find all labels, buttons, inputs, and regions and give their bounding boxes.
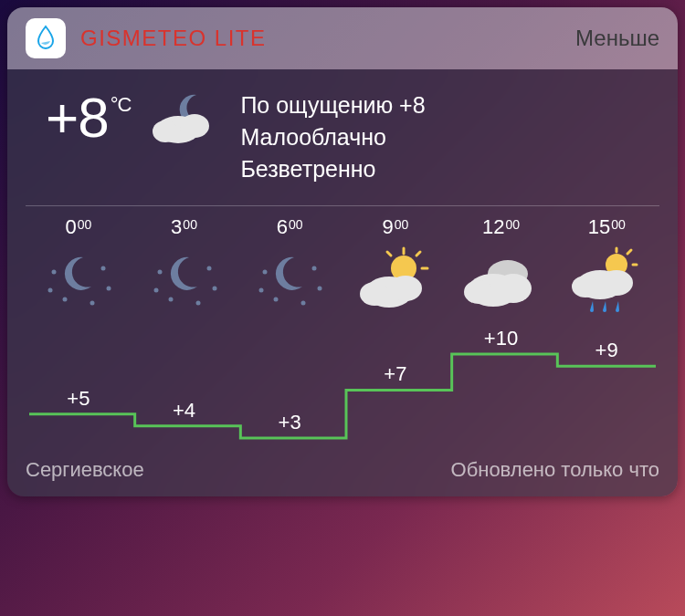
forecast-time: 1500	[588, 215, 626, 239]
forecast-slot: 1200	[448, 215, 554, 318]
updated-label: Обновлено только что	[451, 458, 659, 482]
forecast-time: 900	[382, 215, 408, 239]
app-icon	[26, 18, 66, 58]
svg-point-5	[62, 298, 67, 302]
svg-point-3	[51, 270, 56, 275]
divider	[26, 205, 659, 206]
forecast-condition-icon	[460, 245, 543, 318]
svg-point-18	[312, 266, 317, 271]
collapse-button[interactable]: Меньше	[575, 26, 659, 51]
svg-point-28	[360, 282, 389, 306]
svg-point-8	[90, 301, 94, 306]
svg-point-20	[301, 301, 306, 306]
app-name-label: GISMETEO LITE	[80, 26, 575, 51]
chart-temp-label: +3	[279, 411, 301, 433]
current-conditions: +8°C По ощущению +8 Малооблачно Безветре…	[26, 86, 659, 198]
feels-like-label: По ощущению +8	[240, 89, 659, 121]
temp-unit: °C	[111, 95, 132, 115]
svg-point-11	[168, 298, 173, 302]
svg-point-10	[153, 288, 158, 293]
svg-line-24	[416, 252, 420, 256]
forecast-slot: 000	[26, 215, 132, 318]
widget-header: GISMETEO LITE Меньше	[7, 7, 678, 69]
temp-value: +8	[46, 89, 109, 146]
forecast-time: 1200	[482, 215, 520, 239]
widget-body: +8°C По ощущению +8 Малооблачно Безветре…	[7, 69, 678, 496]
forecast-condition-icon	[143, 245, 226, 318]
condition-text-block: По ощущению +8 Малооблачно Безветренно	[240, 89, 659, 185]
weather-widget: GISMETEO LITE Меньше +8°C По ощущению +8…	[7, 7, 678, 496]
forecast-condition-icon	[565, 245, 648, 318]
chart-temp-label: +10	[484, 327, 518, 350]
forecast-condition-icon	[354, 245, 437, 318]
forecast-time: 000	[65, 215, 91, 239]
forecast-condition-icon	[248, 245, 331, 318]
svg-point-2	[153, 120, 178, 142]
forecast-slot: 300	[132, 215, 237, 318]
hourly-forecast-row: 000 300 600	[26, 215, 659, 318]
svg-point-19	[318, 287, 322, 291]
forecast-time: 600	[277, 215, 303, 239]
forecast-time: 300	[171, 215, 197, 239]
current-condition-icon	[151, 89, 220, 151]
svg-point-38	[600, 270, 633, 296]
svg-point-31	[495, 274, 532, 303]
forecast-slot: 600	[237, 215, 342, 318]
svg-point-16	[259, 288, 264, 293]
forecast-slot: 1500	[553, 215, 659, 318]
chart-temp-label: +7	[384, 362, 406, 385]
svg-point-12	[206, 266, 211, 271]
location-label: Сергиевское	[26, 458, 144, 482]
svg-point-13	[212, 287, 216, 291]
svg-line-36	[627, 250, 631, 254]
svg-point-4	[47, 288, 52, 293]
svg-point-39	[572, 276, 599, 298]
svg-line-25	[387, 252, 391, 256]
chart-temp-label: +5	[67, 387, 90, 410]
svg-point-27	[389, 276, 422, 301]
condition-line-1: Малооблачно	[240, 121, 659, 153]
svg-point-14	[195, 301, 200, 306]
svg-point-7	[106, 287, 111, 291]
widget-footer: Сергиевское Обновлено только что	[26, 458, 659, 482]
chart-temp-label: +4	[173, 399, 195, 422]
temperature-chart: +5+4+3+7+10+9	[26, 318, 659, 454]
svg-point-6	[100, 266, 105, 271]
svg-point-17	[274, 298, 279, 302]
svg-point-1	[180, 114, 209, 138]
svg-point-9	[157, 270, 162, 275]
forecast-condition-icon	[37, 245, 120, 318]
svg-point-15	[263, 270, 268, 275]
chart-temp-label: +9	[595, 339, 618, 361]
condition-line-2: Безветренно	[240, 153, 659, 185]
current-temperature: +8°C	[46, 89, 131, 146]
forecast-slot: 900	[342, 215, 448, 318]
svg-point-32	[464, 280, 493, 304]
